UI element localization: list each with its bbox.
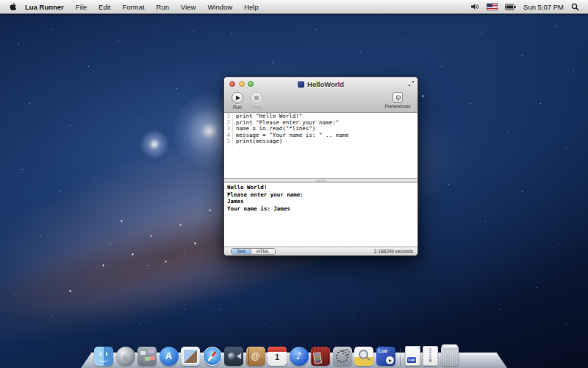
run-label: Run [233,105,242,110]
menu-items: Lua RunnerFileEditFormatRunViewWindowHel… [21,0,265,14]
menu-view[interactable]: View [175,3,201,11]
document-proxy-icon [298,81,304,88]
minimize-button[interactable] [239,81,245,87]
dock-finder-icon[interactable] [94,347,113,366]
window-controls [229,81,254,87]
output-mode-segmented-control: TextHTML [231,248,276,255]
desktop: Lua RunnerFileEditFormatRunViewWindowHel… [0,0,588,368]
spotlight-icon[interactable] [571,3,579,11]
stop-label: Stop [251,105,261,110]
dock-mail-icon[interactable] [181,347,200,366]
output-line: Hello World! [227,184,415,191]
dock-system-preferences-icon[interactable] [333,347,352,366]
preferences-icon [392,92,403,103]
apple-menu[interactable] [6,0,21,14]
menu-extras: Sun 5:07 PM [470,3,582,11]
fullscreen-icon[interactable] [408,80,415,87]
menu-lua-runner[interactable]: Lua Runner [21,3,70,11]
volume-icon[interactable] [470,3,479,10]
dock-lua-document-icon[interactable]: Lua [405,346,420,366]
zoom-button[interactable] [248,81,254,87]
menu-clock[interactable]: Sun 5:07 PM [523,3,564,11]
dock-itunes-icon[interactable] [290,347,309,366]
run-button[interactable]: Run [229,92,246,110]
dock-lua-runner-icon[interactable]: Lua [376,347,395,366]
segment-html[interactable]: HTML [251,249,275,254]
menu-window[interactable]: Window [201,3,238,11]
dock-photo-booth-icon[interactable] [311,347,330,366]
stop-button[interactable]: Stop [248,92,265,110]
dock: 1LuaLua [0,342,588,368]
dock-search-utility-icon[interactable] [354,347,373,366]
menu-file[interactable]: File [70,3,93,11]
helloworld-window: HelloWorld Run Stop Preferences 1print "… [223,77,418,256]
window-title: HelloWorld [307,80,344,88]
toolbar: Run Stop Preferences [224,91,417,113]
code-line: 5print(message) [224,138,417,145]
lua-document-glyph: Lua [407,357,417,363]
output-line: Your name is: James [227,205,415,213]
line-number: 5 [224,138,233,145]
dock-facetime-icon[interactable] [224,347,243,366]
splitter[interactable] [224,178,417,183]
elapsed-time: 2.188299 seconds [374,249,413,254]
dock-mission-control-icon[interactable] [137,347,157,366]
ical-glyph: 1 [268,353,287,362]
input-source-flag-us[interactable] [487,3,498,10]
dock-safari-icon[interactable] [203,347,222,366]
dock-launchpad-icon[interactable] [116,347,135,366]
menu-format[interactable]: Format [116,3,150,11]
apple-icon [9,2,17,12]
menu-edit[interactable]: Edit [93,3,116,11]
segment-text[interactable]: Text [232,249,251,254]
dock-icons: 1LuaLua [94,346,459,366]
output-area[interactable]: Hello World!Please enter your name:James… [224,183,417,247]
code-text: print(message) [233,138,282,145]
close-button[interactable] [229,81,235,87]
dock-app-store-icon[interactable] [159,347,179,366]
menu-run[interactable]: Run [151,3,175,11]
stop-icon [251,92,262,104]
lua-runner-glyph: Lua [379,348,387,353]
menu-help[interactable]: Help [238,3,265,11]
dock-trash-icon[interactable] [441,347,459,366]
run-icon [232,92,243,104]
output-line: James [227,198,415,205]
output-line: Please enter your name: [227,191,415,199]
preferences-button[interactable]: Preferences [382,92,413,109]
splitter-dimple [315,180,327,182]
dock-address-book-icon[interactable] [246,347,265,366]
battery-icon[interactable] [505,4,516,10]
status-bar: TextHTML 2.188299 seconds [224,247,417,255]
dock-zip-archive-icon[interactable] [423,346,438,366]
title-wrap: HelloWorld [298,80,344,88]
dock-ical-icon[interactable]: 1 [268,347,287,366]
code-editor[interactable]: 1print "Hello World!"2print "Please ente… [224,113,417,178]
title-bar[interactable]: HelloWorld [224,77,417,91]
dock-separator [400,348,401,366]
preferences-label: Preferences [384,104,410,109]
menu-bar: Lua RunnerFileEditFormatRunViewWindowHel… [0,0,588,14]
